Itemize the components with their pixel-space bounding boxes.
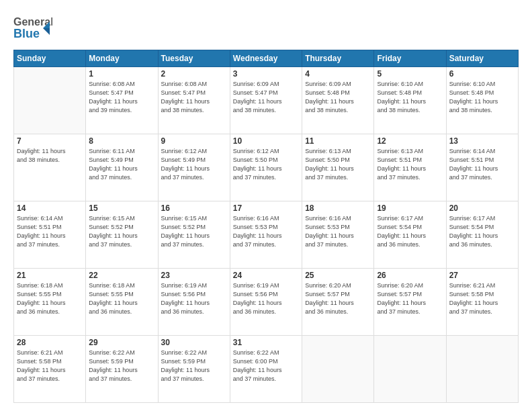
day-info: Sunrise: 6:12 AMSunset: 5:50 PMDaylight:… (233, 147, 299, 182)
weekday-header-saturday: Saturday (446, 50, 518, 67)
day-info: Sunrise: 6:20 AMSunset: 5:57 PMDaylight:… (305, 281, 371, 316)
day-info: Sunrise: 6:10 AMSunset: 5:48 PMDaylight:… (377, 80, 443, 115)
day-number: 20 (449, 203, 515, 213)
day-info: Sunrise: 6:21 AMSunset: 5:58 PMDaylight:… (17, 349, 83, 383)
calendar-cell (302, 336, 374, 403)
day-number: 12 (377, 136, 443, 146)
day-info: Sunrise: 6:14 AMSunset: 5:51 PMDaylight:… (17, 214, 83, 249)
calendar-cell: 23Sunrise: 6:19 AMSunset: 5:56 PMDayligh… (158, 269, 230, 336)
day-info: Sunrise: 6:15 AMSunset: 5:52 PMDaylight:… (161, 214, 227, 249)
day-info: Sunrise: 6:18 AMSunset: 5:55 PMDaylight:… (17, 281, 83, 316)
calendar-cell: 5Sunrise: 6:10 AMSunset: 5:48 PMDaylight… (374, 67, 446, 134)
calendar-cell: 8Sunrise: 6:11 AMSunset: 5:49 PMDaylight… (86, 134, 158, 201)
calendar-cell: 10Sunrise: 6:12 AMSunset: 5:50 PMDayligh… (230, 134, 302, 201)
week-row-2: 7Daylight: 11 hoursand 38 minutes.8Sunri… (14, 134, 519, 201)
weekday-header-tuesday: Tuesday (158, 50, 230, 67)
day-info: Sunrise: 6:22 AMSunset: 5:59 PMDaylight:… (89, 349, 154, 383)
day-info: Sunrise: 6:19 AMSunset: 5:56 PMDaylight:… (233, 281, 299, 316)
day-info: Sunrise: 6:22 AMSunset: 6:00 PMDaylight:… (233, 349, 299, 383)
day-info: Sunrise: 6:09 AMSunset: 5:47 PMDaylight:… (233, 80, 299, 115)
day-info: Sunrise: 6:13 AMSunset: 5:51 PMDaylight:… (377, 147, 443, 182)
week-row-1: 1Sunrise: 6:08 AMSunset: 5:47 PMDaylight… (14, 67, 519, 134)
day-number: 31 (233, 338, 299, 347)
calendar-cell: 12Sunrise: 6:13 AMSunset: 5:51 PMDayligh… (374, 134, 446, 201)
svg-marker-3 (43, 28, 50, 35)
calendar-cell: 19Sunrise: 6:17 AMSunset: 5:54 PMDayligh… (374, 201, 446, 269)
day-number: 17 (233, 203, 299, 213)
day-number: 27 (449, 271, 515, 280)
day-number: 22 (89, 271, 154, 280)
day-info: Sunrise: 6:17 AMSunset: 5:54 PMDaylight:… (377, 214, 443, 249)
calendar-cell: 4Sunrise: 6:09 AMSunset: 5:48 PMDaylight… (302, 67, 374, 134)
day-info: Sunrise: 6:15 AMSunset: 5:52 PMDaylight:… (89, 214, 154, 249)
calendar-cell: 16Sunrise: 6:15 AMSunset: 5:52 PMDayligh… (158, 201, 230, 269)
day-number: 13 (449, 136, 515, 146)
calendar-cell: 27Sunrise: 6:21 AMSunset: 5:58 PMDayligh… (446, 269, 518, 336)
day-info: Sunrise: 6:21 AMSunset: 5:58 PMDaylight:… (449, 281, 515, 316)
day-number: 21 (17, 271, 83, 280)
calendar-cell (446, 336, 518, 403)
day-number: 19 (377, 203, 443, 213)
calendar-cell: 29Sunrise: 6:22 AMSunset: 5:59 PMDayligh… (86, 336, 158, 403)
calendar-cell: 6Sunrise: 6:10 AMSunset: 5:48 PMDaylight… (446, 67, 518, 134)
day-info: Sunrise: 6:09 AMSunset: 5:48 PMDaylight:… (305, 80, 371, 115)
day-number: 9 (161, 136, 227, 146)
day-number: 14 (17, 203, 83, 213)
calendar-cell: 22Sunrise: 6:18 AMSunset: 5:55 PMDayligh… (86, 269, 158, 336)
page: General Blue SundayMondayTuesdayWednesda… (0, 0, 532, 411)
calendar-cell: 30Sunrise: 6:22 AMSunset: 5:59 PMDayligh… (158, 336, 230, 403)
calendar-cell: 25Sunrise: 6:20 AMSunset: 5:57 PMDayligh… (302, 269, 374, 336)
day-info: Sunrise: 6:18 AMSunset: 5:55 PMDaylight:… (89, 281, 154, 316)
day-number: 30 (161, 338, 227, 347)
day-number: 6 (449, 69, 515, 79)
calendar-cell (374, 336, 446, 403)
weekday-header-wednesday: Wednesday (230, 50, 302, 67)
calendar-cell (14, 67, 86, 134)
day-number: 11 (305, 136, 371, 146)
day-number: 8 (89, 136, 154, 146)
day-info: Sunrise: 6:16 AMSunset: 5:53 PMDaylight:… (233, 214, 299, 249)
calendar-cell: 28Sunrise: 6:21 AMSunset: 5:58 PMDayligh… (14, 336, 86, 403)
day-number: 28 (17, 338, 83, 347)
day-number: 1 (89, 69, 154, 79)
logo-icon: General Blue (13, 12, 52, 43)
calendar-table: SundayMondayTuesdayWednesdayThursdayFrid… (13, 50, 519, 403)
calendar-cell: 20Sunrise: 6:17 AMSunset: 5:54 PMDayligh… (446, 201, 518, 269)
calendar-cell: 15Sunrise: 6:15 AMSunset: 5:52 PMDayligh… (86, 201, 158, 269)
day-info: Sunrise: 6:17 AMSunset: 5:54 PMDaylight:… (449, 214, 515, 249)
day-info: Sunrise: 6:11 AMSunset: 5:49 PMDaylight:… (89, 147, 154, 182)
day-number: 24 (233, 271, 299, 280)
day-info: Sunrise: 6:08 AMSunset: 5:47 PMDaylight:… (161, 80, 227, 115)
weekday-header-row: SundayMondayTuesdayWednesdayThursdayFrid… (14, 50, 519, 67)
logo: General Blue (13, 12, 52, 43)
day-number: 23 (161, 271, 227, 280)
day-number: 10 (233, 136, 299, 146)
calendar-cell: 26Sunrise: 6:20 AMSunset: 5:57 PMDayligh… (374, 269, 446, 336)
calendar-cell: 13Sunrise: 6:14 AMSunset: 5:51 PMDayligh… (446, 134, 518, 201)
calendar-cell: 14Sunrise: 6:14 AMSunset: 5:51 PMDayligh… (14, 201, 86, 269)
day-number: 15 (89, 203, 154, 213)
week-row-5: 28Sunrise: 6:21 AMSunset: 5:58 PMDayligh… (14, 336, 519, 403)
calendar-cell: 2Sunrise: 6:08 AMSunset: 5:47 PMDaylight… (158, 67, 230, 134)
calendar-cell: 17Sunrise: 6:16 AMSunset: 5:53 PMDayligh… (230, 201, 302, 269)
day-info: Sunrise: 6:08 AMSunset: 5:47 PMDaylight:… (89, 80, 154, 115)
day-number: 26 (377, 271, 443, 280)
day-number: 29 (89, 338, 154, 347)
weekday-header-monday: Monday (86, 50, 158, 67)
day-number: 25 (305, 271, 371, 280)
day-info: Sunrise: 6:10 AMSunset: 5:48 PMDaylight:… (449, 80, 515, 115)
calendar-cell: 9Sunrise: 6:12 AMSunset: 5:49 PMDaylight… (158, 134, 230, 201)
day-number: 5 (377, 69, 443, 79)
calendar-cell: 11Sunrise: 6:13 AMSunset: 5:50 PMDayligh… (302, 134, 374, 201)
weekday-header-friday: Friday (374, 50, 446, 67)
day-info: Sunrise: 6:13 AMSunset: 5:50 PMDaylight:… (305, 147, 371, 182)
calendar-cell: 21Sunrise: 6:18 AMSunset: 5:55 PMDayligh… (14, 269, 86, 336)
calendar-cell: 7Daylight: 11 hoursand 38 minutes. (14, 134, 86, 201)
day-info: Sunrise: 6:20 AMSunset: 5:57 PMDaylight:… (377, 281, 443, 316)
calendar-cell: 1Sunrise: 6:08 AMSunset: 5:47 PMDaylight… (86, 67, 158, 134)
day-number: 7 (17, 136, 83, 146)
day-info: Daylight: 11 hoursand 38 minutes. (17, 147, 83, 165)
week-row-3: 14Sunrise: 6:14 AMSunset: 5:51 PMDayligh… (14, 201, 519, 269)
header: General Blue (13, 12, 519, 43)
svg-text:Blue: Blue (13, 27, 40, 40)
